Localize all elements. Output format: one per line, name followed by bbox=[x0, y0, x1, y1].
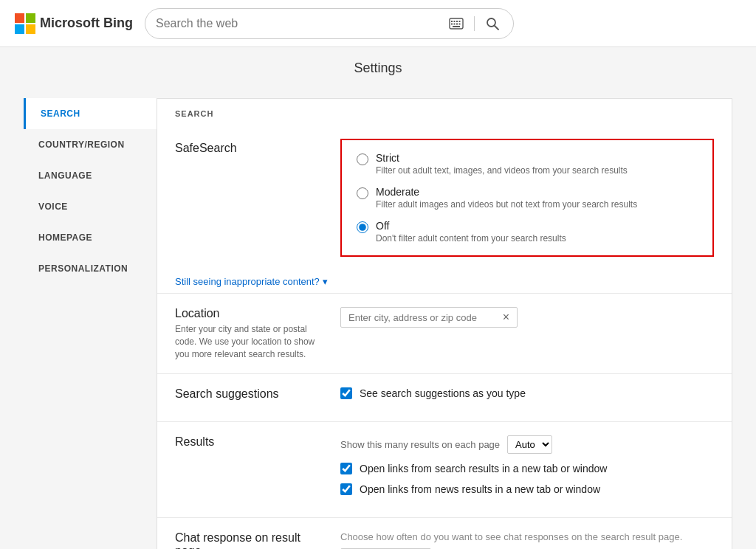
safesearch-moderate-option: Moderate Filter adult images and videos … bbox=[357, 186, 698, 210]
results-row: Results Show this many results on each p… bbox=[157, 421, 732, 517]
location-input-wrap[interactable]: × bbox=[340, 307, 518, 328]
svg-rect-10 bbox=[454, 23, 456, 24]
results-label: Results bbox=[175, 435, 323, 449]
sidebar-item-language[interactable]: LANGUAGE bbox=[24, 160, 157, 191]
safesearch-row: SafeSearch Strict Filter out adult text,… bbox=[157, 125, 732, 270]
safesearch-label: SafeSearch bbox=[175, 142, 237, 155]
search-divider bbox=[474, 16, 475, 31]
search-suggestions-label: Search suggestions bbox=[175, 387, 323, 401]
safesearch-off-label: Off bbox=[376, 220, 566, 232]
search-suggestions-label-col: Search suggestions bbox=[175, 387, 323, 408]
results-show-label: Show this many results on each page bbox=[340, 439, 500, 450]
location-clear-icon[interactable]: × bbox=[503, 311, 509, 323]
section-header: SEARCH bbox=[157, 99, 732, 125]
search-input[interactable] bbox=[156, 17, 440, 30]
results-newtab-option: Open links from search results in a new … bbox=[340, 463, 714, 474]
search-suggestions-checkbox[interactable] bbox=[340, 387, 352, 399]
safesearch-label-col: SafeSearch bbox=[175, 139, 323, 257]
bing-logo: Microsoft Bing bbox=[15, 13, 133, 34]
chat-response-label-col: Chat response on result page bbox=[175, 531, 323, 549]
safesearch-moderate-radio[interactable] bbox=[357, 187, 368, 199]
chat-response-label: Chat response on result page bbox=[175, 531, 323, 549]
svg-line-15 bbox=[495, 25, 499, 30]
svg-rect-1 bbox=[26, 13, 35, 23]
results-show-line: Show this many results on each page Auto… bbox=[340, 435, 714, 454]
safesearch-strict-desc: Filter out adult text, images, and video… bbox=[376, 165, 628, 176]
results-newtab-checkbox[interactable] bbox=[340, 463, 352, 474]
safesearch-box: Strict Filter out adult text, images, an… bbox=[340, 139, 714, 257]
search-suggestions-control: See search suggestions as you type bbox=[340, 387, 714, 408]
location-desc: Enter your city and state or postal code… bbox=[175, 323, 323, 360]
location-control: × bbox=[340, 307, 714, 360]
keyboard-icon bbox=[449, 18, 464, 30]
sidebar: SEARCH COUNTRY/REGION LANGUAGE VOICE HOM… bbox=[24, 98, 157, 549]
svg-rect-9 bbox=[451, 23, 453, 24]
settings-main: SEARCH SafeSearch Strict Filter out adul… bbox=[157, 98, 732, 549]
sidebar-item-search[interactable]: SEARCH bbox=[24, 98, 157, 129]
sidebar-item-homepage[interactable]: HOMEPAGE bbox=[24, 222, 157, 253]
results-news-newtab-label[interactable]: Open links from news results in a new ta… bbox=[360, 483, 600, 495]
location-label: Location bbox=[175, 307, 323, 320]
location-row: Location Enter your city and state or po… bbox=[157, 293, 732, 373]
microsoft-logo-icon bbox=[15, 13, 35, 34]
results-news-newtab-option: Open links from news results in a new ta… bbox=[340, 483, 714, 495]
svg-rect-6 bbox=[454, 21, 456, 22]
results-newtab-label[interactable]: Open links from search results in a new … bbox=[360, 463, 607, 474]
svg-rect-8 bbox=[459, 21, 461, 22]
results-control: Show this many results on each page Auto… bbox=[340, 435, 714, 504]
chat-response-row: Chat response on result page Choose how … bbox=[157, 517, 732, 549]
content-area: SEARCH COUNTRY/REGION LANGUAGE VOICE HOM… bbox=[24, 83, 732, 549]
sidebar-item-voice[interactable]: VOICE bbox=[24, 191, 157, 222]
svg-rect-7 bbox=[456, 21, 458, 22]
results-per-page-select[interactable]: Auto 10 20 30 50 bbox=[507, 435, 552, 454]
svg-rect-11 bbox=[456, 23, 458, 24]
chat-response-control: Choose how often do you want to see chat… bbox=[340, 531, 714, 549]
sidebar-item-country-region[interactable]: COUNTRY/REGION bbox=[24, 129, 157, 160]
location-label-col: Location Enter your city and state or po… bbox=[175, 307, 323, 360]
still-seeing-text: Still seeing inappropriate content? bbox=[175, 276, 320, 287]
header: Microsoft Bing bbox=[0, 0, 756, 47]
safesearch-moderate-label: Moderate bbox=[376, 186, 637, 198]
svg-rect-3 bbox=[26, 24, 35, 34]
svg-rect-2 bbox=[15, 24, 24, 34]
svg-rect-5 bbox=[451, 21, 453, 22]
still-seeing-link[interactable]: Still seeing inappropriate content? ▾ bbox=[157, 270, 732, 293]
chat-response-desc: Choose how often do you want to see chat… bbox=[340, 531, 714, 542]
location-input[interactable] bbox=[348, 312, 497, 323]
svg-rect-12 bbox=[459, 23, 461, 24]
safesearch-strict-label: Strict bbox=[376, 152, 628, 164]
sidebar-item-personalization[interactable]: PERSONALIZATION bbox=[24, 253, 157, 284]
keyboard-button[interactable] bbox=[446, 15, 467, 32]
safesearch-strict-option: Strict Filter out adult text, images, an… bbox=[357, 152, 698, 176]
search-suggestions-option: See search suggestions as you type bbox=[340, 387, 714, 399]
page-title: Settings bbox=[0, 47, 756, 83]
safesearch-off-desc: Don't filter adult content from your sea… bbox=[376, 233, 566, 244]
search-suggestions-row: Search suggestions See search suggestion… bbox=[157, 373, 732, 421]
svg-rect-0 bbox=[15, 13, 24, 23]
safesearch-strict-radio[interactable] bbox=[357, 153, 368, 165]
search-button[interactable] bbox=[482, 13, 503, 34]
svg-rect-13 bbox=[453, 26, 460, 27]
still-seeing-chevron: ▾ bbox=[323, 276, 328, 287]
bing-logo-text: Microsoft Bing bbox=[40, 15, 133, 31]
safesearch-off-radio[interactable] bbox=[357, 221, 368, 233]
search-bar-icons bbox=[446, 13, 503, 34]
search-icon bbox=[485, 16, 500, 31]
search-bar[interactable] bbox=[145, 8, 514, 39]
results-label-col: Results bbox=[175, 435, 323, 504]
safesearch-off-option: Off Don't filter adult content from your… bbox=[357, 220, 698, 244]
search-suggestions-option-label[interactable]: See search suggestions as you type bbox=[360, 387, 526, 399]
safesearch-moderate-desc: Filter adult images and videos but not t… bbox=[376, 199, 637, 210]
results-news-newtab-checkbox[interactable] bbox=[340, 483, 352, 495]
